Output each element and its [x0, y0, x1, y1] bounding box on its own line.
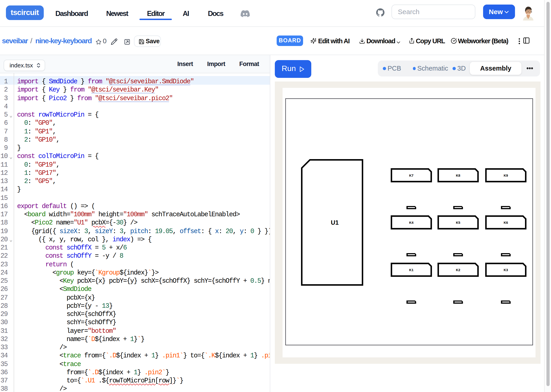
svg-text:K2: K2	[456, 268, 460, 272]
svg-text:K4: K4	[409, 221, 414, 224]
svg-text:K8: K8	[456, 174, 460, 177]
svg-text:K6: K6	[503, 221, 508, 224]
svg-text:K3: K3	[503, 268, 508, 272]
svg-text:U1: U1	[331, 219, 339, 226]
svg-text:K5: K5	[456, 221, 460, 224]
svg-text:K7: K7	[409, 174, 413, 177]
svg-text:K9: K9	[503, 174, 508, 177]
svg-text:K1: K1	[409, 268, 413, 272]
